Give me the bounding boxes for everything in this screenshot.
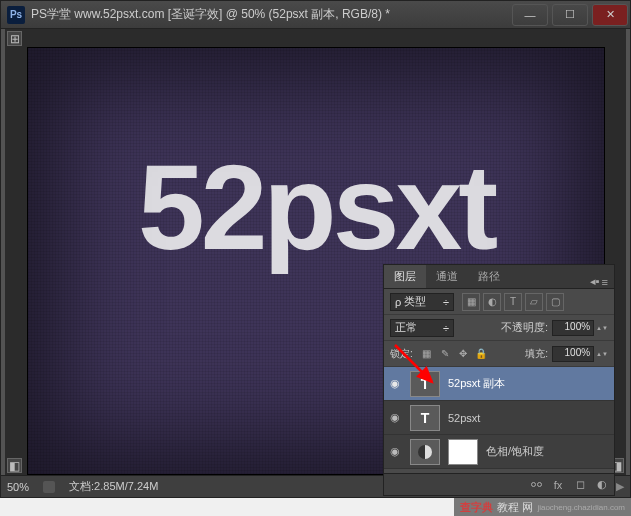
- lock-all-icon[interactable]: 🔒: [473, 346, 489, 362]
- visibility-toggle-icon[interactable]: ◉: [388, 445, 402, 458]
- lock-pixels-icon[interactable]: ✎: [437, 346, 453, 362]
- opacity-value[interactable]: 100%: [552, 320, 594, 336]
- fill-arrows-icon[interactable]: ▲▼: [596, 351, 608, 357]
- layer-row[interactable]: ◉ T 52psxt 副本: [384, 367, 614, 401]
- app-icon: Ps: [7, 6, 25, 24]
- layer-thumb-type-icon[interactable]: T: [410, 371, 440, 397]
- canvas-text: 52psxt: [28, 138, 604, 276]
- layer-name[interactable]: 色相/饱和度: [486, 444, 544, 459]
- filter-type-icon[interactable]: T: [504, 293, 522, 311]
- watermark-brand: 查字典: [460, 500, 493, 515]
- canvas-corner-bl-icon[interactable]: ◧: [7, 458, 22, 473]
- adjustment-icon[interactable]: ◐: [594, 477, 610, 493]
- lock-transparent-icon[interactable]: ▦: [419, 346, 435, 362]
- layers-panel: 图层 通道 路径 ◂▪≡ ρ 类型 ÷ ▦ ◐ T ▱ ▢ 正常 ÷ 不透明度:…: [383, 264, 615, 496]
- lock-icons: ▦ ✎ ✥ 🔒: [419, 346, 489, 362]
- fill-label: 填充:: [525, 347, 548, 361]
- titlebar: Ps PS学堂 www.52psxt.com [圣诞字效] @ 50% (52p…: [1, 1, 630, 29]
- layer-row[interactable]: ◉ 色相/饱和度: [384, 435, 614, 469]
- layer-thumb-adj-icon[interactable]: [410, 439, 440, 465]
- blend-mode-dropdown[interactable]: 正常 ÷: [390, 319, 454, 337]
- zoom-level[interactable]: 50%: [7, 481, 29, 493]
- panel-tabs: 图层 通道 路径 ◂▪≡: [384, 265, 614, 289]
- kind-rho: ρ: [395, 296, 401, 308]
- visibility-toggle-icon[interactable]: ◉: [388, 411, 402, 424]
- filter-pixel-icon[interactable]: ▦: [462, 293, 480, 311]
- layer-thumb-type-icon[interactable]: T: [410, 405, 440, 431]
- filter-icons: ▦ ◐ T ▱ ▢: [462, 293, 564, 311]
- filter-smart-icon[interactable]: ▢: [546, 293, 564, 311]
- doc-info: 文档:2.85M/7.24M: [69, 479, 158, 494]
- panel-menu-button[interactable]: ◂▪≡: [584, 275, 614, 288]
- filter-adjust-icon[interactable]: ◐: [483, 293, 501, 311]
- visibility-toggle-icon[interactable]: ◉: [388, 377, 402, 390]
- minimize-button[interactable]: —: [512, 4, 548, 26]
- mask-icon[interactable]: ◻: [572, 477, 588, 493]
- opacity-arrows-icon[interactable]: ▲▼: [596, 325, 608, 331]
- canvas-arrange-icon[interactable]: ⊞: [7, 31, 22, 46]
- window-title: PS学堂 www.52psxt.com [圣诞字效] @ 50% (52psxt…: [31, 6, 510, 23]
- link-layers-icon[interactable]: [528, 477, 544, 493]
- opacity-label: 不透明度:: [501, 320, 548, 335]
- fill-value[interactable]: 100%: [552, 346, 594, 362]
- watermark-suffix: 教程 网: [497, 500, 533, 515]
- watermark-url: jiaocheng.chazidian.com: [537, 503, 625, 512]
- blend-row: 正常 ÷ 不透明度: 100% ▲▼: [384, 315, 614, 341]
- fx-icon[interactable]: fx: [550, 477, 566, 493]
- lock-label: 锁定:: [390, 347, 413, 361]
- chevron-down-icon: ÷: [443, 322, 449, 334]
- panel-footer: fx ◻ ◐: [384, 473, 614, 495]
- statusbar-icon[interactable]: [43, 481, 55, 493]
- opacity-spinner[interactable]: 100% ▲▼: [552, 320, 608, 336]
- watermark: 查字典 教程 网 jiaocheng.chazidian.com: [454, 498, 631, 516]
- layer-row[interactable]: ◉ T 52psxt: [384, 401, 614, 435]
- statusbar-arrow-icon[interactable]: ▶: [616, 480, 624, 493]
- tab-paths[interactable]: 路径: [468, 265, 510, 288]
- tab-channels[interactable]: 通道: [426, 265, 468, 288]
- layers-list: ◉ T 52psxt 副本 ◉ T 52psxt ◉ 色相/饱和度: [384, 367, 614, 469]
- filter-kind-dropdown[interactable]: ρ 类型 ÷: [390, 293, 454, 311]
- lock-row: 锁定: ▦ ✎ ✥ 🔒 填充: 100% ▲▼: [384, 341, 614, 367]
- fill-spinner[interactable]: 100% ▲▼: [552, 346, 608, 362]
- close-button[interactable]: ✕: [592, 4, 628, 26]
- tab-layers[interactable]: 图层: [384, 265, 426, 288]
- filter-shape-icon[interactable]: ▱: [525, 293, 543, 311]
- chevron-down-icon: ÷: [443, 296, 449, 308]
- window-controls: — ☐ ✕: [510, 4, 630, 26]
- lock-position-icon[interactable]: ✥: [455, 346, 471, 362]
- filter-row: ρ 类型 ÷ ▦ ◐ T ▱ ▢: [384, 289, 614, 315]
- layer-name[interactable]: 52psxt 副本: [448, 376, 505, 391]
- layer-name[interactable]: 52psxt: [448, 412, 480, 424]
- layer-mask-thumb[interactable]: [448, 439, 478, 465]
- maximize-button[interactable]: ☐: [552, 4, 588, 26]
